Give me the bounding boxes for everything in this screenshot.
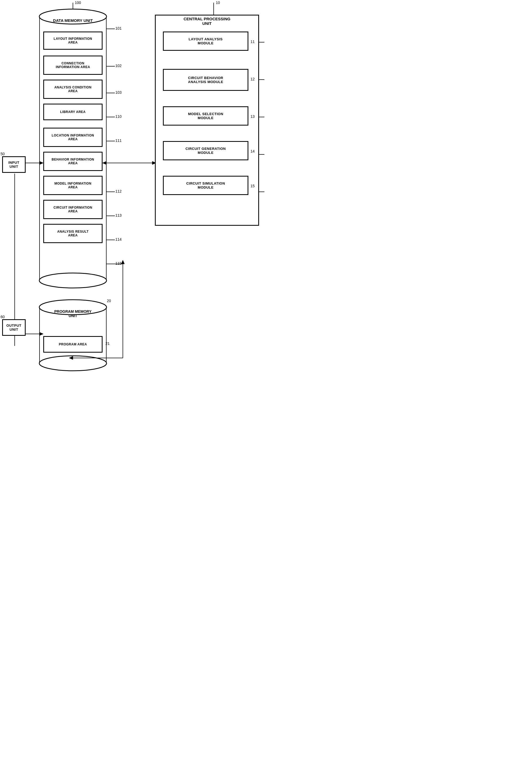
ref-100: 100 [75,1,81,5]
circuit-info-box: CIRCUIT INFORMATIONAREA [43,200,102,219]
ref-111: 111 [115,138,121,143]
circuit-generation-module-box: CIRCUIT GENERATIONMODULE [163,141,249,160]
analysis-result-box: ANALYSIS RESULTAREA [43,224,102,243]
connection-info-box: CONNECTIONINFORMATION AREA [43,56,102,75]
input-unit-box: INPUTUNIT [2,156,26,173]
model-selection-module-box: MODEL SELECTIONMODULE [163,106,249,125]
ref-15: 15 [251,184,255,188]
ref-102: 102 [115,64,121,68]
library-area-box: LIBRARY AREA [43,103,102,120]
ref-11: 11 [251,40,255,44]
ref-20: 20 [107,299,111,303]
output-unit-box: OUTPUTUNIT [2,319,26,336]
svg-marker-19 [40,161,43,165]
diagram: 100 DATA MEMORY UNIT 101 LAYOUT INFORMAT… [0,0,266,382]
circuit-behavior-module-box: CIRCUIT BEHAVIORANALYSIS MODULE [163,69,249,91]
svg-marker-25 [40,332,43,335]
svg-marker-31 [121,260,124,264]
ref-13: 13 [251,114,255,118]
behavior-info-box: BEHAVIOR INFORMATIONAREA [43,152,102,171]
data-memory-label: DATA MEMORY UNIT [45,18,101,23]
ref-114: 114 [115,237,121,242]
ref-103: 103 [115,90,121,95]
ref-110: 110 [115,114,121,118]
svg-point-2 [39,273,106,288]
ref-113: 113 [115,213,121,217]
ref-50: 50 [1,152,5,156]
analysis-condition-box: ANALYSIS CONDITIONAREA [43,80,102,99]
ref-101: 101 [115,26,121,31]
svg-marker-29 [102,161,106,165]
model-info-box: MODEL INFORMATIONAREA [43,176,102,195]
ref-115: 115 [115,261,121,266]
circuit-simulation-module-box: CIRCUIT SIMULATIONMODULE [163,176,249,195]
ref-112: 112 [115,189,121,193]
ref-14: 14 [251,149,255,153]
layout-analysis-module-box: LAYOUT ANALYSISMODULE [163,32,249,51]
location-info-box: LOCATION INFORMATIONAREA [43,128,102,147]
program-memory-label: PROGRAM MEMORYUNIT [45,309,101,318]
ref-21: 21 [105,341,110,346]
ref-60: 60 [1,315,5,319]
ref-10: 10 [216,1,220,5]
layout-info-box: LAYOUT INFORMATIONAREA [43,32,102,50]
cpu-label: CENTRAL PROCESSINGUNIT [158,17,257,26]
program-area-box: PROGRAM AREA [43,336,102,353]
ref-12: 12 [251,77,255,81]
